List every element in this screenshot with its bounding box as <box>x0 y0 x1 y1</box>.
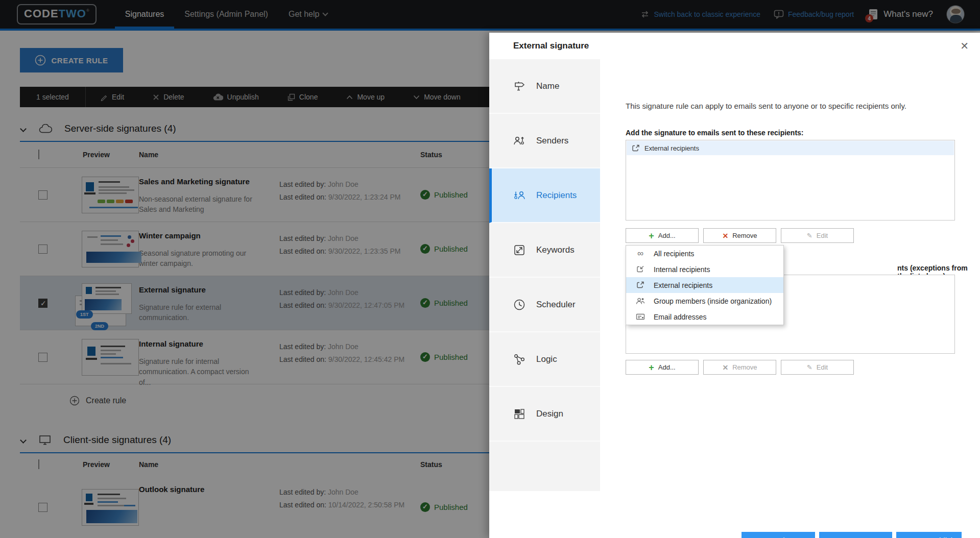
menu-item-external-recipients[interactable]: External recipients <box>626 277 783 293</box>
modal-footer: Back Next Save & Publish <box>742 532 962 538</box>
sidebar-item-keywords[interactable]: Keywords <box>489 223 600 278</box>
modal-header: External signature ✕ <box>489 33 980 59</box>
menu-item-label: Group members (inside organization) <box>654 297 772 305</box>
sidebar-item-label: Design <box>536 409 563 419</box>
add-label: Add... <box>658 363 676 371</box>
sidebar-item-name[interactable]: Name <box>489 59 600 114</box>
modal-title: External signature <box>513 41 589 51</box>
menu-item-label: External recipients <box>654 281 712 289</box>
group-members-icon <box>634 297 647 305</box>
email-addresses-icon <box>634 313 647 320</box>
menu-item-internal-recipients[interactable]: Internal recipients <box>626 261 783 277</box>
list-item-label: External recipients <box>644 144 699 152</box>
menu-item-email-addresses[interactable]: Email addresses <box>626 309 783 325</box>
infinity-icon: ∞ <box>634 249 647 258</box>
exclude-actions: +Add... ✕Remove ✎Edit <box>626 360 854 375</box>
sidebar-item-label: Senders <box>536 136 568 146</box>
add-recipients-dropdown: ∞ All recipients Internal recipients Ext… <box>626 245 784 325</box>
menu-item-all-recipients[interactable]: ∞ All recipients <box>626 246 783 261</box>
plus-icon: + <box>649 363 654 372</box>
list-item-selected[interactable]: External recipients <box>627 141 954 155</box>
add-label: Add... <box>658 232 676 239</box>
edit-button[interactable]: ✎Edit <box>781 228 854 243</box>
remove-label: Remove <box>732 363 757 371</box>
sidebar-item-design[interactable]: Design <box>489 387 600 442</box>
include-recipients-listbox[interactable]: External recipients <box>626 140 955 221</box>
external-recipients-icon <box>634 281 647 289</box>
sidebar-item-label: Keywords <box>536 245 575 255</box>
pencil-icon: ✎ <box>807 232 812 239</box>
modal-sidebar: Name Senders Recipients Keywords Schedul… <box>489 59 600 491</box>
back-button[interactable]: Back <box>742 532 815 538</box>
external-signature-modal: External signature ✕ Name Senders Recipi… <box>489 33 980 538</box>
remove-button[interactable]: ✕Remove <box>703 228 776 243</box>
include-actions: +Add... ✕Remove ✎Edit <box>626 228 854 243</box>
sidebar-item-label: Scheduler <box>536 300 576 310</box>
edit-label: Edit <box>817 232 828 239</box>
signpost-icon <box>513 80 526 93</box>
menu-item-group-members[interactable]: Group members (inside organization) <box>626 293 783 309</box>
recipients-icon <box>513 189 526 202</box>
remove-x-icon: ✕ <box>722 363 728 372</box>
sidebar-item-senders[interactable]: Senders <box>489 114 600 168</box>
logic-flow-icon <box>513 353 526 366</box>
menu-item-label: Email addresses <box>654 313 707 321</box>
senders-icon <box>513 134 526 148</box>
sidebar-item-recipients[interactable]: Recipients <box>489 168 600 223</box>
edit-button[interactable]: ✎Edit <box>781 360 854 375</box>
add-button[interactable]: +Add... <box>626 228 699 243</box>
menu-item-label: Internal recipients <box>654 265 710 274</box>
modal-content: This signature rule can apply to emails … <box>600 59 980 538</box>
include-recipients-label: Add the signature to emails sent to thes… <box>626 129 804 137</box>
sidebar-item-label: Recipients <box>536 190 577 201</box>
sidebar-item-label: Name <box>536 81 559 91</box>
remove-x-icon: ✕ <box>722 232 728 240</box>
menu-item-label: All recipients <box>654 250 694 258</box>
design-grid-icon <box>513 407 526 421</box>
remove-button[interactable]: ✕Remove <box>703 360 776 375</box>
sidebar-filler <box>489 442 600 491</box>
close-icon[interactable]: ✕ <box>960 40 969 52</box>
save-publish-button[interactable]: Save & Publish <box>896 532 962 538</box>
sidebar-item-scheduler[interactable]: Scheduler <box>489 278 600 332</box>
edit-label: Edit <box>817 363 828 371</box>
app-viewport: CODETWO® Signatures Settings (Admin Pane… <box>0 0 980 538</box>
plus-icon: + <box>649 231 654 240</box>
pencil-icon: ✎ <box>807 363 812 371</box>
internal-recipients-icon <box>634 265 647 273</box>
recipients-intro-text: This signature rule can apply to emails … <box>626 102 906 110</box>
remove-label: Remove <box>732 232 757 239</box>
sidebar-item-logic[interactable]: Logic <box>489 332 600 387</box>
external-recipients-icon <box>632 144 640 152</box>
next-button[interactable]: Next <box>819 532 892 538</box>
add-button[interactable]: +Add... <box>626 360 699 375</box>
scheduler-clock-icon <box>513 298 526 311</box>
keywords-icon <box>513 243 526 257</box>
sidebar-item-label: Logic <box>536 354 557 364</box>
